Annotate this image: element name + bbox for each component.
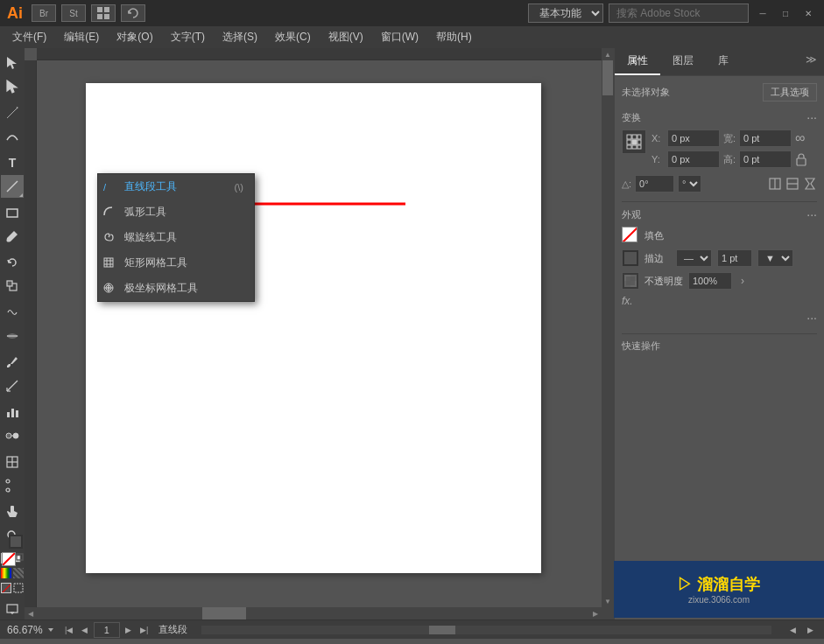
tool-select[interactable] <box>1 52 24 74</box>
panel-more-icon[interactable]: ≫ <box>799 48 824 75</box>
workspace-select[interactable]: 基本功能 <box>528 4 603 23</box>
flip-h-icon[interactable] <box>768 177 782 191</box>
tool-pen[interactable] <box>1 102 24 124</box>
width-input[interactable] <box>739 130 792 147</box>
transform-y-row: Y: 高: <box>651 150 817 168</box>
none-fill-icon[interactable] <box>1 583 11 593</box>
y-input[interactable] <box>667 150 720 168</box>
ctx-rect-grid[interactable]: 矩形网格工具 <box>98 250 254 276</box>
constrain-icon[interactable] <box>803 177 817 191</box>
appearance-dots-btn[interactable]: ··· <box>806 311 817 325</box>
gradient-swatch[interactable] <box>1 568 11 578</box>
tool-direct-select[interactable] <box>1 75 24 98</box>
tool-brush[interactable] <box>1 225 24 248</box>
tool-hand[interactable] <box>1 500 24 523</box>
tool-type[interactable]: T <box>1 151 24 174</box>
stroke-unit-select[interactable]: ▼ <box>757 249 793 267</box>
tool-width[interactable] <box>1 325 24 347</box>
menu-type[interactable]: 文字(T) <box>162 27 214 47</box>
svg-rect-2 <box>97 14 102 19</box>
scroll-left-btn[interactable]: ◀ <box>785 623 799 637</box>
menu-window[interactable]: 窗口(W) <box>372 27 427 47</box>
x-input[interactable] <box>667 130 720 147</box>
next-page-btn[interactable]: ▶ <box>122 623 136 637</box>
tool-rotate[interactable] <box>1 251 24 274</box>
tool-line[interactable] <box>1 175 24 198</box>
prev-page-btn[interactable]: ◀ <box>78 623 92 637</box>
scroll-right-btn[interactable]: ▶ <box>803 623 817 637</box>
link-wh-icon[interactable]: ∞ <box>795 130 805 146</box>
minimize-button[interactable]: ─ <box>754 4 771 22</box>
maximize-button[interactable]: □ <box>777 4 794 22</box>
tool-scissors[interactable] <box>1 474 24 497</box>
opacity-input[interactable] <box>688 272 732 290</box>
scrollbar-right[interactable]: ▲ ▼ <box>602 48 614 607</box>
stroke-label: 描边 <box>644 252 664 265</box>
canvas-area[interactable]: / 直线段工具 (\) 弧形工具 螺旋线工具 矩形网格工具 <box>25 48 614 620</box>
close-button[interactable]: ✕ <box>799 4 817 22</box>
tab-layers[interactable]: 图层 <box>660 48 706 75</box>
x-label: X: <box>651 133 664 144</box>
first-page-btn[interactable]: |◀ <box>62 623 76 637</box>
fill-swatch[interactable] <box>622 227 639 244</box>
stroke-width-input[interactable] <box>717 249 752 267</box>
tool-options-button[interactable]: 工具选项 <box>763 83 817 102</box>
tool-screen-mode[interactable] <box>1 598 24 620</box>
scrollbar-bottom[interactable]: ◀ ▶ <box>25 607 602 620</box>
reference-point-icon[interactable] <box>622 130 646 154</box>
tool-graph[interactable] <box>1 401 24 424</box>
tool-blend[interactable] <box>1 424 24 447</box>
flip-v-icon[interactable] <box>785 177 799 191</box>
opacity-more-btn[interactable]: › <box>741 275 744 287</box>
menu-edit[interactable]: 编辑(E) <box>55 27 108 47</box>
ctx-spiral[interactable]: 螺旋线工具 <box>98 225 254 250</box>
menu-select[interactable]: 选择(S) <box>214 27 266 47</box>
divider-2 <box>622 333 817 334</box>
stock-icon[interactable]: St <box>61 4 86 22</box>
stock-search-input[interactable] <box>609 4 749 23</box>
appearance-more-icon[interactable]: ··· <box>806 207 817 221</box>
tool-slice[interactable] <box>1 451 24 473</box>
transform-xy-group: X: 宽: ∞ Y: 高: <box>651 130 817 172</box>
svg-rect-14 <box>7 412 10 417</box>
angle-select[interactable]: ° <box>678 175 701 192</box>
ctx-line-segment[interactable]: / 直线段工具 (\) <box>98 174 254 200</box>
tool-curvature[interactable] <box>1 125 24 148</box>
menu-help[interactable]: 帮助(H) <box>427 27 481 47</box>
menu-effect[interactable]: 效果(C) <box>266 27 320 47</box>
svg-rect-63 <box>626 276 635 285</box>
stroke-type-select[interactable]: — <box>676 249 712 267</box>
last-page-btn[interactable]: ▶| <box>137 623 151 637</box>
h-scroll-thumb[interactable] <box>429 626 455 634</box>
opacity-row: 不透明度 › <box>622 272 817 290</box>
horizontal-scrollbar[interactable] <box>201 626 771 634</box>
tab-properties[interactable]: 属性 <box>615 48 660 75</box>
zoom-dropdown-icon[interactable] <box>46 626 55 634</box>
ctx-polar-grid[interactable]: 极坐标网格工具 <box>98 276 254 301</box>
ctx-arc[interactable]: 弧形工具 <box>98 200 254 225</box>
transform-more-icon[interactable]: ··· <box>806 110 817 124</box>
tab-libraries[interactable]: 库 <box>706 48 741 75</box>
svg-rect-33 <box>104 258 113 267</box>
menu-file[interactable]: 文件(F) <box>4 27 55 47</box>
svg-rect-53 <box>637 145 641 149</box>
menu-view[interactable]: 视图(V) <box>320 27 372 47</box>
angle-input[interactable] <box>635 175 674 192</box>
bridge-icon[interactable]: Br <box>32 4 56 22</box>
tool-eyedropper[interactable] <box>1 351 24 374</box>
tool-scale[interactable] <box>1 275 24 298</box>
stroke-swatch[interactable] <box>622 249 639 267</box>
tool-measure[interactable] <box>1 374 24 397</box>
appearance-header: 外观 ··· <box>622 207 817 221</box>
pattern-swatch[interactable] <box>13 568 24 578</box>
draw-inside-icon[interactable] <box>13 583 24 593</box>
rotate-icon[interactable] <box>121 4 145 22</box>
page-input[interactable] <box>94 622 120 638</box>
menu-object[interactable]: 对象(O) <box>108 27 161 47</box>
grid-view-icon[interactable] <box>91 4 116 22</box>
height-input[interactable] <box>739 150 792 168</box>
tool-warp[interactable] <box>1 301 24 324</box>
quick-actions-title: 快速操作 <box>622 340 660 351</box>
svg-line-6 <box>7 181 18 192</box>
tool-rect[interactable] <box>1 201 24 224</box>
